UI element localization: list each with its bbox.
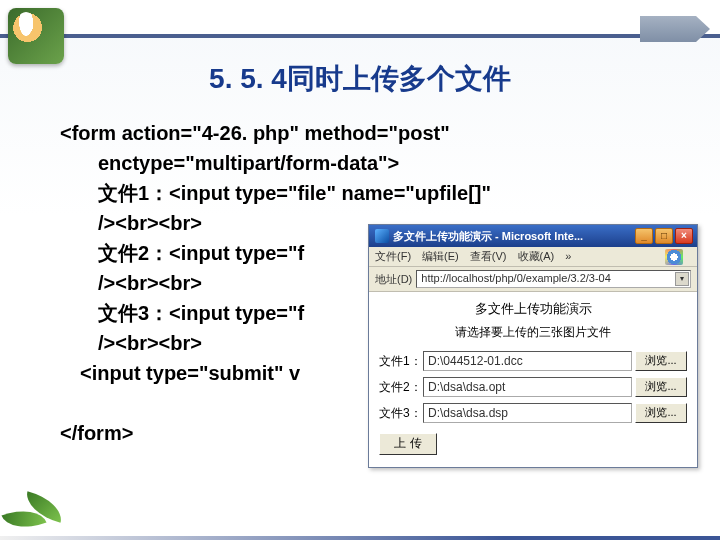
ie-icon	[375, 229, 389, 243]
address-label: 地址(D)	[375, 272, 412, 287]
menu-more[interactable]: »	[565, 250, 571, 262]
leaf-icon	[4, 488, 68, 536]
file-input[interactable]: D:\044512-01.dcc	[423, 351, 632, 371]
address-input[interactable]: http://localhost/php/0/example/3.2/3-04 …	[416, 270, 691, 288]
menu-favorites[interactable]: 收藏(A)	[518, 250, 555, 262]
code-line: <form action="4-26. php" method="post"	[60, 122, 450, 144]
flower-icon	[8, 8, 64, 64]
page-content: 多文件上传功能演示 请选择要上传的三张图片文件 文件1： D:\044512-0…	[369, 292, 697, 467]
address-value: http://localhost/php/0/example/3.2/3-04	[421, 272, 611, 284]
browse-button[interactable]: 浏览...	[635, 351, 687, 371]
maximize-button[interactable]: □	[655, 228, 673, 244]
browse-button[interactable]: 浏览...	[635, 403, 687, 423]
menu-view[interactable]: 查看(V)	[470, 250, 507, 262]
upload-button[interactable]: 上 传	[379, 433, 437, 455]
file-row: 文件3： D:\dsa\dsa.dsp 浏览...	[379, 403, 687, 423]
windows-flag-icon	[665, 249, 683, 265]
file-row: 文件1： D:\044512-01.dcc 浏览...	[379, 351, 687, 371]
file-input[interactable]: D:\dsa\dsa.dsp	[423, 403, 632, 423]
demo-subheading: 请选择要上传的三张图片文件	[379, 324, 687, 341]
header-arrow-decoration	[640, 16, 710, 42]
code-line: </form>	[60, 422, 133, 444]
minimize-button[interactable]: _	[635, 228, 653, 244]
demo-heading: 多文件上传功能演示	[379, 300, 687, 318]
code-line: 文件1：<input type="file" name="upfile[]"	[60, 178, 662, 208]
menu-file[interactable]: 文件(F)	[375, 250, 411, 262]
address-bar: 地址(D) http://localhost/php/0/example/3.2…	[369, 267, 697, 292]
close-button[interactable]: ×	[675, 228, 693, 244]
browser-window: 多文件上传功能演示 - Microsoft Inte... _ □ × 文件(F…	[368, 224, 698, 468]
address-dropdown-icon[interactable]: ▾	[675, 272, 689, 286]
footer-decoration	[0, 536, 720, 540]
file-label: 文件2：	[379, 379, 423, 396]
browse-button[interactable]: 浏览...	[635, 377, 687, 397]
menu-edit[interactable]: 编辑(E)	[422, 250, 459, 262]
file-input[interactable]: D:\dsa\dsa.opt	[423, 377, 632, 397]
slide-header-band	[0, 0, 720, 38]
file-label: 文件3：	[379, 405, 423, 422]
slide-title: 5. 5. 4同时上传多个文件	[0, 60, 720, 98]
file-row: 文件2： D:\dsa\dsa.opt 浏览...	[379, 377, 687, 397]
file-label: 文件1：	[379, 353, 423, 370]
titlebar[interactable]: 多文件上传功能演示 - Microsoft Inte... _ □ ×	[369, 225, 697, 247]
menubar[interactable]: 文件(F) 编辑(E) 查看(V) 收藏(A) »	[369, 247, 697, 267]
window-title: 多文件上传功能演示 - Microsoft Inte...	[393, 229, 635, 244]
code-line: enctype="multipart/form-data">	[60, 148, 662, 178]
